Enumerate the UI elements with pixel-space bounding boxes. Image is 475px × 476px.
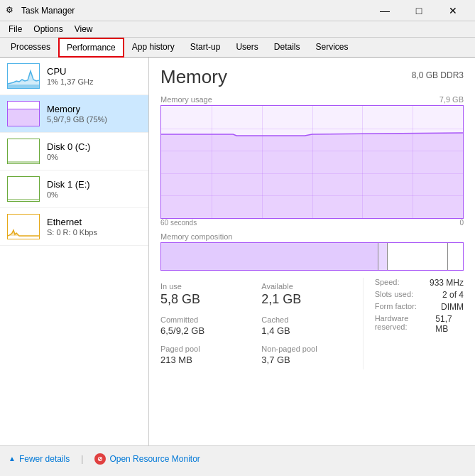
cpu-name: CPU <box>47 66 141 77</box>
cached-label: Cached <box>261 315 362 324</box>
hw-res-value: 51,7 MB <box>435 314 464 334</box>
stat-available: Available 2,1 GB <box>261 278 362 311</box>
menu-view[interactable]: View <box>69 23 99 36</box>
memory-info: Memory 5,9/7,9 GB (75%) <box>47 104 141 124</box>
app-title: Task Manager <box>21 6 368 16</box>
menu-file[interactable]: File <box>3 23 28 36</box>
right-stats: Speed: 933 MHz Slots used: 2 of 4 Form f… <box>363 278 464 369</box>
chart-time: 60 seconds 0 <box>160 219 464 227</box>
slots-label: Slots used: <box>375 290 413 300</box>
ethernet-thumbnail <box>7 214 40 239</box>
tab-processes[interactable]: Processes <box>3 38 58 58</box>
main-content: CPU 1% 1,37 GHz Memory 5,9/7,9 GB (75%) … <box>0 58 475 445</box>
disk1-value: 0% <box>47 190 141 199</box>
detail-title: Memory <box>160 66 227 88</box>
ethernet-name: Ethernet <box>47 217 141 227</box>
disk1-info: Disk 1 (E:) 0% <box>47 179 141 199</box>
stats-container: In use 5,8 GB Available 2,1 GB Committed… <box>160 278 464 369</box>
cpu-info: CPU 1% 1,37 GHz <box>47 66 141 86</box>
resource-monitor-icon: ⊘ <box>94 453 106 465</box>
tab-services[interactable]: Services <box>307 38 356 58</box>
chart-time-left: 60 seconds <box>160 219 197 227</box>
cpu-value: 1% 1,37 GHz <box>47 77 141 86</box>
ethernet-info: Ethernet S: 0 R: 0 Kbps <box>47 217 141 237</box>
disk1-thumbnail <box>7 176 40 202</box>
disk0-info: Disk 0 (C:) 0% <box>47 141 141 161</box>
form-value: DIMM <box>441 302 464 312</box>
chevron-up-icon: ▲ <box>9 455 16 463</box>
tab-details[interactable]: Details <box>266 38 308 58</box>
non-paged-pool-label: Non-paged pool <box>261 345 362 353</box>
tab-app-history[interactable]: App history <box>124 38 182 58</box>
paged-pool-label: Paged pool <box>160 345 261 353</box>
speed-label: Speed: <box>375 278 400 288</box>
stat-cached: Cached 1,4 GB <box>261 311 362 340</box>
stat-committed: Committed 6,5/9,2 GB <box>160 311 261 340</box>
disk0-value: 0% <box>47 153 141 161</box>
composition-bar <box>160 242 464 271</box>
sidebar-item-ethernet[interactable]: Ethernet S: 0 R: 0 Kbps <box>0 208 148 246</box>
memory-name: Memory <box>47 104 141 114</box>
stat-non-paged-pool: Non-paged pool 3,7 GB <box>261 340 362 369</box>
menu-options[interactable]: Options <box>28 23 68 36</box>
chart-label-max: 7,9 GB <box>439 95 464 104</box>
sidebar-item-disk1[interactable]: Disk 1 (E:) 0% <box>0 171 148 208</box>
menu-bar: File Options View <box>0 21 475 38</box>
tab-startup[interactable]: Start-up <box>182 38 229 58</box>
chart-label-text: Memory usage <box>160 95 212 104</box>
committed-label: Committed <box>160 315 261 324</box>
in-use-label: In use <box>160 282 261 291</box>
speed-value: 933 MHz <box>430 278 464 288</box>
stat-speed: Speed: 933 MHz Slots used: 2 of 4 Form f… <box>375 278 464 334</box>
hw-res-label: Hardware reserved: <box>375 314 436 334</box>
available-value: 2,1 GB <box>261 292 362 307</box>
committed-value: 6,5/9,2 GB <box>160 325 261 336</box>
comp-standby <box>388 243 448 270</box>
open-resource-monitor-link[interactable]: ⊘ Open Resource Monitor <box>94 453 200 465</box>
detail-header: Memory 8,0 GB DDR3 <box>160 66 464 88</box>
tab-bar: Processes Performance App history Start-… <box>0 38 475 58</box>
composition-section: Memory composition <box>160 232 464 271</box>
composition-label: Memory composition <box>160 232 464 241</box>
comp-in-use <box>161 243 378 270</box>
form-label: Form factor: <box>375 302 417 312</box>
chart-time-right: 0 <box>459 219 464 227</box>
stats-grid: In use 5,8 GB Available 2,1 GB Committed… <box>160 278 363 369</box>
ethernet-value: S: 0 R: 0 Kbps <box>47 228 141 237</box>
maximize-button[interactable]: □ <box>403 0 435 21</box>
sidebar-item-memory[interactable]: Memory 5,9/7,9 GB (75%) <box>0 95 148 133</box>
detail-panel: Memory 8,0 GB DDR3 Memory usage 7,9 GB <box>149 58 475 445</box>
in-use-value: 5,8 GB <box>160 292 261 307</box>
minimize-button[interactable]: — <box>368 0 401 21</box>
bottom-bar: ▲ Fewer details | ⊘ Open Resource Monito… <box>0 445 475 471</box>
cached-value: 1,4 GB <box>261 325 362 336</box>
non-paged-pool-value: 3,7 GB <box>261 355 362 365</box>
title-bar: ⚙ Task Manager — □ ✕ <box>0 0 475 21</box>
disk1-name: Disk 1 (E:) <box>47 179 141 190</box>
slots-value: 2 of 4 <box>442 290 464 300</box>
paged-pool-value: 213 MB <box>160 355 261 365</box>
fewer-details-label: Fewer details <box>19 454 70 464</box>
chart-label-row: Memory usage 7,9 GB <box>160 95 464 104</box>
memory-thumbnail <box>7 101 40 126</box>
cpu-thumbnail <box>7 63 40 89</box>
window-controls: — □ ✕ <box>368 0 469 21</box>
tab-performance[interactable]: Performance <box>58 38 124 58</box>
close-button[interactable]: ✕ <box>437 0 469 21</box>
stat-in-use: In use 5,8 GB <box>160 278 261 311</box>
memory-chart <box>160 105 464 219</box>
left-stats: In use 5,8 GB Available 2,1 GB Committed… <box>160 278 363 369</box>
comp-free <box>448 243 463 270</box>
detail-spec: 8,0 GB DDR3 <box>412 70 464 80</box>
sidebar-item-disk0[interactable]: Disk 0 (C:) 0% <box>0 133 148 171</box>
sidebar-item-cpu[interactable]: CPU 1% 1,37 GHz <box>0 58 148 95</box>
separator: | <box>81 454 83 464</box>
available-label: Available <box>261 282 362 291</box>
app-icon: ⚙ <box>6 5 17 16</box>
disk0-thumbnail <box>7 139 40 164</box>
tab-users[interactable]: Users <box>228 38 266 58</box>
disk0-name: Disk 0 (C:) <box>47 141 141 152</box>
fewer-details-link[interactable]: ▲ Fewer details <box>9 454 70 464</box>
memory-value: 5,9/7,9 GB (75%) <box>47 115 141 124</box>
sidebar: CPU 1% 1,37 GHz Memory 5,9/7,9 GB (75%) … <box>0 58 149 445</box>
